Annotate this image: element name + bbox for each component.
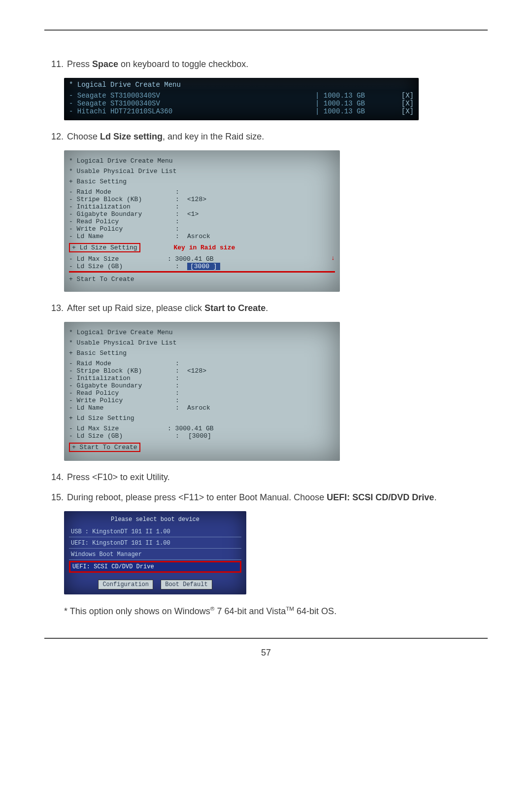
bottom-rule xyxy=(44,638,488,639)
screenshot-ld-size-setting: * Logical Drive Create Menu * Usable Phy… xyxy=(64,150,340,292)
bios-setting-row: - Stripe Block (KB):<128> xyxy=(69,367,335,375)
checkbox-icon: [X] xyxy=(394,100,414,107)
step-number: 14. xyxy=(51,471,64,484)
drive-row: - Hitachi HDT721010SLA360 | 1000.13 GB [… xyxy=(69,107,414,115)
step-number: 12. xyxy=(51,130,64,143)
boot-menu-title: Please select boot device xyxy=(69,516,241,523)
ld-size-setting-header: + Ld Size Setting xyxy=(69,415,335,422)
screenshot-start-to-create: * Logical Drive Create Menu * Usable Phy… xyxy=(64,322,340,461)
step-number: 11. xyxy=(51,58,64,71)
step-number: 13. xyxy=(51,302,64,315)
bios-setting-row: - Gigabyte Boundary: xyxy=(69,382,335,389)
start-to-create-highlight: + Start To Create xyxy=(69,443,140,452)
screenshot-boot-menu: Please select boot device USB : Kingston… xyxy=(64,511,246,594)
boot-option: UEFI: KingstonDT 101 II 1.00 xyxy=(69,538,241,549)
step-number: 15. xyxy=(51,491,64,504)
manual-page: 11. Press Space on keyboard to toggle ch… xyxy=(0,0,532,798)
page-number: 57 xyxy=(44,648,488,658)
bios-setting-row: - Write Policy: xyxy=(69,225,335,233)
bios-setting-row: - Gigabyte Boundary:<1> xyxy=(69,210,335,218)
start-to-create-item: + Start To Create xyxy=(69,276,335,283)
arrow-down-icon: ↓ xyxy=(331,255,335,263)
step-14: 14. Press <F10> to exit Utility. xyxy=(51,471,488,484)
step-text: Press <F10> to exit Utility. xyxy=(67,471,170,484)
ld-size-input: [3000 ] xyxy=(187,263,220,270)
bios-setting-row: - Stripe Block (KB):<128> xyxy=(69,196,335,203)
ld-size-setting-highlight: + Ld Size Setting xyxy=(69,243,140,252)
boot-option-selected: UEFI: SCSI CD/DVD Drive xyxy=(69,561,241,573)
basic-setting-header: + Basic Setting xyxy=(69,349,335,357)
key-in-raid-size-label: Key in Raid size xyxy=(173,244,235,251)
bios-setting-row: - Raid Mode: xyxy=(69,188,335,196)
bios-setting-row: - Write Policy: xyxy=(69,397,335,404)
bios-setting-row: - Read Policy: xyxy=(69,389,335,397)
checkbox-icon: [X] xyxy=(394,107,414,115)
bios-setting-row: - Initialization: xyxy=(69,375,335,382)
bios-setting-row: - Read Policy: xyxy=(69,218,335,225)
top-rule xyxy=(44,30,488,31)
usable-drive-header: * Usable Physical Drive List xyxy=(69,168,335,175)
step-text: During reboot, please press <F11> to ent… xyxy=(67,491,436,504)
ld-create-header: * Logical Drive Create Menu xyxy=(69,81,414,89)
ld-size-value: [3000] xyxy=(187,432,212,440)
boot-option: USB : KingstonDT 101 II 1.00 xyxy=(69,527,241,537)
bios-setting-row: - Initialization: xyxy=(69,203,335,210)
usable-drive-header: * Usable Physical Drive List xyxy=(69,339,335,347)
bios-setting-row: - Ld Name:Asrock xyxy=(69,404,335,412)
drive-row: - Seagate ST31000340SV | 1000.13 GB [X] xyxy=(69,92,414,100)
checkbox-icon: [X] xyxy=(394,92,414,100)
screenshot-drive-toggle: * Logical Drive Create Menu - Seagate ST… xyxy=(64,78,419,120)
step-text: After set up Raid size, please click Sta… xyxy=(67,302,268,315)
step-15: 15. During reboot, please press <F11> to… xyxy=(51,491,488,504)
step-text: Choose Ld Size setting, and key in the R… xyxy=(67,130,264,143)
drive-row: - Seagate ST31000340SV | 1000.13 GB [X] xyxy=(69,100,414,107)
bios-setting-row: - Ld Name:Asrock xyxy=(69,233,335,240)
footnote: * This option only shows on Windows® 7 6… xyxy=(64,604,488,618)
bios-setting-row: - Raid Mode: xyxy=(69,360,335,367)
configuration-button: Configuration xyxy=(98,580,153,590)
boot-default-button: Boot Default xyxy=(161,580,212,590)
step-text: Press Space on keyboard to toggle checkb… xyxy=(67,58,248,71)
ld-create-header: * Logical Drive Create Menu xyxy=(69,329,335,336)
step-12: 12. Choose Ld Size setting, and key in t… xyxy=(51,130,488,143)
basic-setting-header: + Basic Setting xyxy=(69,178,335,185)
step-13: 13. After set up Raid size, please click… xyxy=(51,302,488,315)
step-11: 11. Press Space on keyboard to toggle ch… xyxy=(51,58,488,71)
boot-option: Windows Boot Manager xyxy=(69,550,241,560)
ld-create-header: * Logical Drive Create Menu xyxy=(69,157,335,165)
